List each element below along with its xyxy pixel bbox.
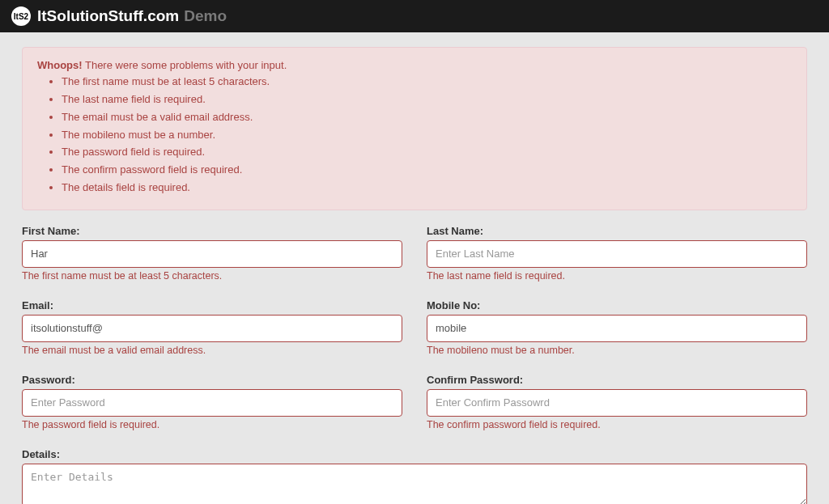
alert-item: The first name must be at least 5 charac… — [62, 74, 792, 90]
confirm-password-error: The confirm password field is required. — [427, 419, 807, 430]
last-name-input[interactable] — [427, 240, 807, 268]
alert-intro: There were some problems with your input… — [83, 59, 287, 71]
password-error: The password field is required. — [22, 419, 402, 430]
alert-item: The details field is required. — [62, 180, 792, 196]
alert-item: The email must be a valid email address. — [62, 110, 792, 125]
error-alert: Whoops! There were some problems with yo… — [22, 47, 807, 210]
brand-logo-icon: ItS2 — [11, 6, 31, 26]
alert-list: The first name must be at least 5 charac… — [62, 74, 792, 196]
password-input[interactable] — [22, 389, 402, 417]
alert-item: The last name field is required. — [62, 92, 792, 108]
mobile-label: Mobile No: — [427, 299, 807, 311]
first-name-label: First Name: — [22, 225, 402, 237]
details-textarea[interactable] — [22, 464, 807, 504]
alert-item: The confirm password field is required. — [62, 163, 792, 178]
mobile-input[interactable] — [427, 315, 807, 342]
password-label: Password: — [22, 374, 402, 386]
alert-item: The password field is required. — [62, 145, 792, 160]
first-name-error: The first name must be at least 5 charac… — [22, 270, 402, 282]
email-input[interactable] — [22, 315, 402, 342]
brand-title: ItSolutionStuff.com — [37, 7, 179, 25]
navbar: ItS2 ItSolutionStuff.com Demo — [0, 0, 829, 32]
details-label: Details: — [22, 448, 807, 460]
first-name-input[interactable] — [22, 240, 402, 268]
last-name-error: The last name field is required. — [427, 270, 807, 282]
alert-strong: Whoops! — [37, 59, 83, 71]
last-name-label: Last Name: — [427, 225, 807, 237]
email-label: Email: — [22, 299, 402, 311]
confirm-password-input[interactable] — [427, 389, 807, 417]
alert-item: The mobileno must be a number. — [62, 128, 792, 143]
confirm-password-label: Confirm Password: — [427, 374, 807, 386]
mobile-error: The mobileno must be a number. — [427, 345, 807, 356]
email-error: The email must be a valid email address. — [22, 345, 402, 356]
brand-sub: Demo — [184, 7, 227, 25]
